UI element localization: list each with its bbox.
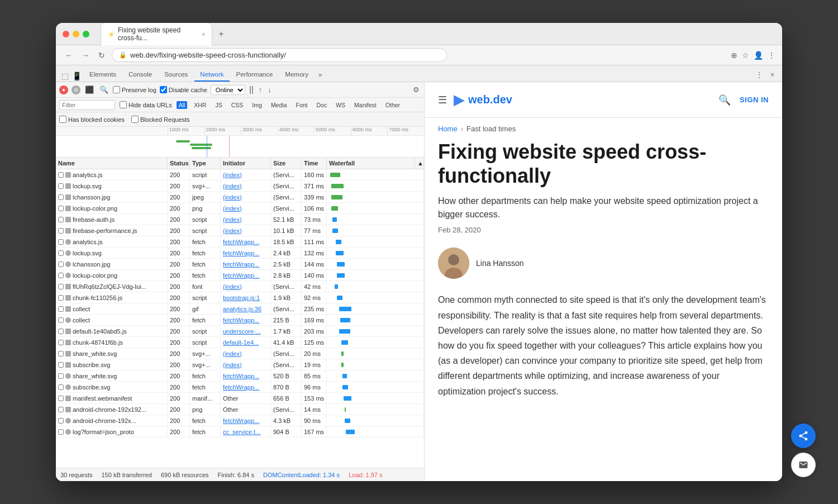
row-checkbox[interactable] xyxy=(58,418,64,424)
devtools-inspect-icon[interactable]: ⬚ xyxy=(60,70,70,82)
filter-css[interactable]: CSS xyxy=(229,101,246,109)
row-checkbox[interactable] xyxy=(58,250,64,256)
filter-img[interactable]: Img xyxy=(250,101,264,109)
table-row[interactable]: chunk-fc110256.js 200 script bootstrap.j… xyxy=(56,292,424,303)
hide-data-urls-checkbox[interactable] xyxy=(120,101,127,108)
web-logo[interactable]: ▶ web.dev xyxy=(454,92,512,108)
table-row[interactable]: firebase-auth.js 200 script (index) 52.1… xyxy=(56,214,424,225)
filter-other[interactable]: Other xyxy=(383,101,402,109)
row-checkbox[interactable] xyxy=(58,407,64,412)
profile-icon[interactable]: 👤 xyxy=(754,51,763,60)
filter-media[interactable]: Media xyxy=(269,101,289,109)
row-checkbox[interactable] xyxy=(58,362,64,368)
table-row[interactable]: analytics.js 200 script (index) (Servi..… xyxy=(56,169,424,180)
devtools-settings-icon[interactable]: ⋮ xyxy=(753,68,766,82)
table-row[interactable]: android-chrome-192x... 200 fetch fetchWr… xyxy=(56,415,424,426)
row-checkbox[interactable] xyxy=(58,273,64,278)
filter-js[interactable]: JS xyxy=(213,101,225,109)
row-checkbox[interactable] xyxy=(58,295,64,301)
table-row[interactable]: collect 200 gif analytics.js:36 (Servi..… xyxy=(56,303,424,315)
table-row[interactable]: chunk-48741f6b.js 200 script default-1e4… xyxy=(56,337,424,348)
network-settings-button[interactable]: ⚙ xyxy=(412,84,421,95)
row-checkbox[interactable] xyxy=(58,239,64,245)
active-tab[interactable]: ⚡ Fixing website speed cross-fu... × xyxy=(101,23,212,45)
row-checkbox[interactable] xyxy=(58,351,64,356)
table-row[interactable]: lchansson.jpg 200 fetch fetchWrapp... 2.… xyxy=(56,259,424,270)
table-row[interactable]: log?format=json_proto 200 fetch cc_servi… xyxy=(56,426,424,438)
table-row[interactable]: lockup-color.png 200 fetch fetchWrapp...… xyxy=(56,270,424,281)
has-blocked-cookies-checkbox[interactable] xyxy=(59,116,66,123)
forward-button[interactable]: → xyxy=(79,49,92,62)
import-button[interactable]: ↑ xyxy=(258,84,264,95)
table-row[interactable]: subscribe.svg 200 fetch fetchWrapp... 87… xyxy=(56,382,424,393)
row-checkbox[interactable] xyxy=(58,306,64,312)
table-row[interactable]: flUhRq6tzZclQEJ-Vdg-Iui... 200 font (ind… xyxy=(56,281,424,292)
url-bar[interactable]: 🔒 web.dev/fixing-website-speed-cross-fun… xyxy=(112,48,447,62)
devtools-mobile-icon[interactable]: 📱 xyxy=(71,70,83,82)
bookmark-icon[interactable]: ☆ xyxy=(742,51,749,60)
table-row[interactable]: subscribe.svg 200 svg+... (index) (Servi… xyxy=(56,359,424,370)
row-checkbox[interactable] xyxy=(58,384,64,390)
row-checkbox[interactable] xyxy=(58,206,64,211)
reload-button[interactable]: ↻ xyxy=(96,49,107,62)
blocked-requests-checkbox[interactable] xyxy=(131,116,139,123)
table-row[interactable]: firebase-performance.js 200 script (inde… xyxy=(56,225,424,236)
tab-elements[interactable]: Elements xyxy=(84,68,122,82)
table-row[interactable]: share_white.svg 200 svg+... (index) (Ser… xyxy=(56,348,424,359)
search-icon[interactable]: 🔍 xyxy=(98,84,109,95)
row-checkbox[interactable] xyxy=(58,396,64,401)
filter-all[interactable]: All xyxy=(177,101,188,109)
tab-console[interactable]: Console xyxy=(123,68,158,82)
disable-cache-label[interactable]: Disable cache xyxy=(160,86,207,93)
row-checkbox[interactable] xyxy=(58,340,64,345)
table-row[interactable]: collect 200 fetch fetchWrapp... 215 B 16… xyxy=(56,315,424,326)
row-checkbox[interactable] xyxy=(58,261,64,267)
hide-data-urls-label[interactable]: Hide data URLs xyxy=(120,101,172,108)
stop-button[interactable]: ⊘ xyxy=(72,85,80,94)
table-row[interactable]: manifest.webmanifest 200 manif... Other … xyxy=(56,393,424,404)
row-checkbox[interactable] xyxy=(58,284,64,289)
table-row[interactable]: default-1e40abd5.js 200 script underscor… xyxy=(56,326,424,337)
filter-icon[interactable]: ⬛ xyxy=(84,84,95,95)
blocked-requests-label[interactable]: Blocked Requests xyxy=(131,116,190,123)
tab-close-button[interactable]: × xyxy=(202,31,205,37)
row-checkbox[interactable] xyxy=(58,172,64,178)
preserve-log-checkbox[interactable] xyxy=(113,86,120,93)
new-tab-button[interactable]: + xyxy=(215,27,228,41)
record-button[interactable]: ● xyxy=(59,85,68,94)
export-button[interactable]: ↓ xyxy=(266,84,273,95)
throttle-select[interactable]: Online xyxy=(211,85,245,95)
breadcrumb-home[interactable]: Home xyxy=(438,125,458,133)
tab-performance[interactable]: Performance xyxy=(231,68,279,82)
table-row[interactable]: analytics.js 200 fetch fetchWrapp... 18.… xyxy=(56,236,424,248)
preserve-log-label[interactable]: Preserve log xyxy=(113,86,156,93)
back-button[interactable]: ← xyxy=(63,49,75,62)
row-checkbox[interactable] xyxy=(58,329,64,334)
filter-xhr[interactable]: XHR xyxy=(192,101,208,109)
row-checkbox[interactable] xyxy=(58,217,64,222)
table-row[interactable]: lchansson.jpg 200 jpeg (index) (Servi...… xyxy=(56,192,424,203)
row-checkbox[interactable] xyxy=(58,183,64,189)
table-row[interactable]: share_white.svg 200 fetch fetchWrapp... … xyxy=(56,370,424,382)
tab-network[interactable]: Network xyxy=(194,68,229,82)
has-blocked-cookies-label[interactable]: Has blocked cookies xyxy=(59,116,125,123)
devtools-more-tabs[interactable]: » xyxy=(315,68,326,82)
maximize-button[interactable] xyxy=(83,31,89,37)
cast-icon[interactable]: ⊕ xyxy=(731,51,737,60)
filter-ws[interactable]: WS xyxy=(334,101,347,109)
table-row[interactable]: android-chrome-192x192... 200 png Other … xyxy=(56,404,424,415)
row-checkbox[interactable] xyxy=(58,373,64,379)
minimize-button[interactable] xyxy=(73,31,79,37)
row-checkbox[interactable] xyxy=(58,317,64,323)
disable-cache-checkbox[interactable] xyxy=(160,86,167,93)
table-row[interactable]: lockup-color.png 200 png (index) (Servi.… xyxy=(56,203,424,214)
row-checkbox[interactable] xyxy=(58,194,64,200)
menu-icon[interactable]: ⋮ xyxy=(768,51,775,60)
filter-manifest[interactable]: Manifest xyxy=(352,101,379,109)
row-checkbox[interactable] xyxy=(58,429,64,435)
devtools-close-button[interactable]: × xyxy=(767,68,778,82)
table-row[interactable]: lockup.svg 200 fetch fetchWrapp... 2.4 k… xyxy=(56,248,424,259)
row-checkbox[interactable] xyxy=(58,228,64,234)
sign-in-button[interactable]: SIGN IN xyxy=(740,96,769,104)
tab-sources[interactable]: Sources xyxy=(159,68,193,82)
